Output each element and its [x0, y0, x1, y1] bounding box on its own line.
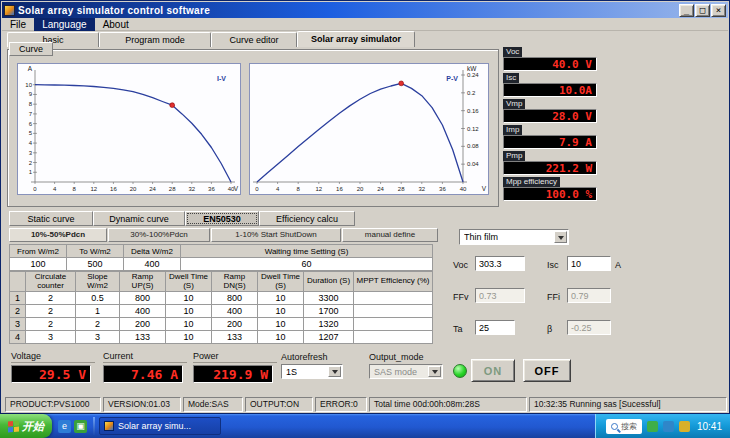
status-error: ERROR:0	[315, 397, 367, 412]
tab-program-mode[interactable]: Program mode	[99, 32, 211, 47]
tray-icon[interactable]	[647, 421, 658, 432]
readout-label: Voc	[503, 47, 522, 57]
chevron-down-icon[interactable]	[328, 366, 341, 377]
quick-launch-icon[interactable]: ▣	[74, 420, 87, 433]
menu-language[interactable]: Language	[34, 18, 95, 31]
svg-text:24: 24	[377, 186, 384, 192]
svg-text:0.08: 0.08	[467, 143, 479, 149]
readout-isc: Isc 10.0A	[503, 73, 601, 97]
table-cell[interactable]: 133	[120, 331, 166, 344]
autorefresh-select[interactable]: 1S	[281, 364, 343, 379]
maximize-button[interactable]: □	[695, 4, 710, 17]
chevron-down-icon[interactable]	[554, 231, 567, 243]
curve-group-tab[interactable]: Curve	[9, 42, 53, 56]
irradiance-range-table: From W/m2 To W/m2 Delta W/m2 Waiting tim…	[9, 244, 433, 271]
ramp-sequence-table: Circulate counter Slope W/m2 Ramp UP(S) …	[9, 271, 433, 344]
tray-icon[interactable]	[663, 421, 674, 432]
col-to: To W/m2	[67, 245, 124, 258]
status-bar: PRODUCT:PVS1000 VERSION:01.03 Mode:SAS O…	[5, 397, 727, 412]
tab-range-30-100[interactable]: 30%-100%Pdcn	[108, 228, 210, 242]
menu-file[interactable]: File	[2, 18, 34, 31]
table-cell[interactable]: 1700	[304, 305, 354, 318]
col-circulate-counter: Circulate counter	[26, 272, 76, 292]
cell-waiting-time[interactable]: 60	[181, 258, 433, 271]
ta-field[interactable]	[475, 320, 515, 335]
cell-from[interactable]: 100	[10, 258, 67, 271]
table-cell[interactable]: 10	[258, 318, 304, 331]
tab-curve-editor[interactable]: Curve editor	[211, 32, 297, 47]
table-cell[interactable]	[354, 292, 433, 305]
tab-static-curve[interactable]: Static curve	[9, 211, 93, 226]
table-cell[interactable]: 2	[76, 318, 120, 331]
svg-text:kW: kW	[467, 65, 477, 72]
table-cell[interactable]: 200	[212, 318, 258, 331]
svg-text:0.24: 0.24	[467, 72, 479, 78]
tab-en50530[interactable]: EN50530	[185, 211, 259, 226]
tab-range-10-50[interactable]: 10%-50%Pdcn	[9, 228, 107, 242]
tab-range-start-shutdown[interactable]: 1-10% Start ShutDown	[211, 228, 341, 242]
pv-model-select[interactable]: Thin film	[459, 229, 569, 245]
table-cell[interactable]: 800	[120, 292, 166, 305]
titlebar[interactable]: Solar array simulator control software _…	[2, 2, 728, 18]
table-cell[interactable]: 1320	[304, 318, 354, 331]
tab-manual-define[interactable]: manual define	[342, 228, 438, 242]
table-cell[interactable]: 10	[166, 331, 212, 344]
readout-value: 28.0 V	[503, 109, 597, 123]
app-icon	[104, 421, 114, 431]
col-waiting-time: Waiting time Setting (S)	[181, 245, 433, 258]
table-cell[interactable]: 2	[26, 318, 76, 331]
svg-text:8: 8	[73, 186, 77, 192]
table-cell[interactable]: 800	[212, 292, 258, 305]
isc-field[interactable]	[567, 256, 611, 271]
table-cell[interactable]	[354, 318, 433, 331]
status-total-time: Total time 00d:00h:08m:28S	[369, 397, 527, 412]
autorefresh-label: Autorefresh	[281, 352, 328, 362]
taskbar: 开始 e ▣ Solar array simu... 搜索 10:41	[0, 414, 730, 438]
table-cell[interactable]: 1	[76, 305, 120, 318]
table-cell[interactable]: 10	[166, 292, 212, 305]
svg-text:8: 8	[29, 101, 33, 107]
tray-search-toolbar[interactable]: 搜索	[606, 419, 642, 434]
table-cell[interactable]: 1207	[304, 331, 354, 344]
table-cell[interactable]: 10	[258, 331, 304, 344]
table-cell[interactable]: 0.5	[76, 292, 120, 305]
table-cell[interactable]: 3	[26, 331, 76, 344]
col-duration: Duration (S)	[304, 272, 354, 292]
current-label: Current	[103, 351, 187, 363]
svg-text:5: 5	[29, 130, 33, 136]
tab-efficiency-calcu[interactable]: Efficiency calcu	[259, 211, 355, 226]
tab-dynamic-curve[interactable]: Dynamic curve	[93, 211, 185, 226]
table-cell[interactable]: 133	[212, 331, 258, 344]
table-cell[interactable]: 2	[26, 305, 76, 318]
table-cell[interactable]: 10	[258, 292, 304, 305]
table-cell[interactable]: 2	[26, 292, 76, 305]
table-row: 100 500 400 60	[10, 258, 433, 271]
table-cell[interactable]	[354, 305, 433, 318]
off-button[interactable]: OFF	[523, 359, 571, 382]
cell-to[interactable]: 500	[67, 258, 124, 271]
taskbar-task-button[interactable]: Solar array simu...	[99, 417, 221, 435]
table-cell[interactable]: 10	[166, 318, 212, 331]
svg-text:6: 6	[29, 121, 33, 127]
svg-text:3: 3	[29, 150, 33, 156]
menu-about[interactable]: About	[95, 18, 137, 31]
table-cell[interactable]: 10	[258, 305, 304, 318]
table-cell[interactable]: 3300	[304, 292, 354, 305]
tab-solar-array-simulator[interactable]: Solar array simulator	[297, 31, 415, 47]
table-cell[interactable]	[354, 331, 433, 344]
minimize-button[interactable]: _	[679, 4, 694, 17]
cell-delta[interactable]: 400	[124, 258, 181, 271]
close-button[interactable]: ×	[711, 4, 726, 17]
table-cell[interactable]: 400	[212, 305, 258, 318]
voc-field[interactable]	[475, 256, 525, 271]
table-cell[interactable]: 400	[120, 305, 166, 318]
quick-launch-icon[interactable]: e	[58, 420, 71, 433]
start-button[interactable]: 开始	[0, 414, 52, 438]
voltage-meter: Voltage 29.5 V	[11, 351, 95, 383]
table-cell[interactable]: 10	[166, 305, 212, 318]
tray-icon[interactable]	[679, 421, 690, 432]
readout-label: Pmp	[503, 151, 525, 161]
on-button[interactable]: ON	[471, 359, 515, 382]
table-cell[interactable]: 3	[76, 331, 120, 344]
table-cell[interactable]: 200	[120, 318, 166, 331]
